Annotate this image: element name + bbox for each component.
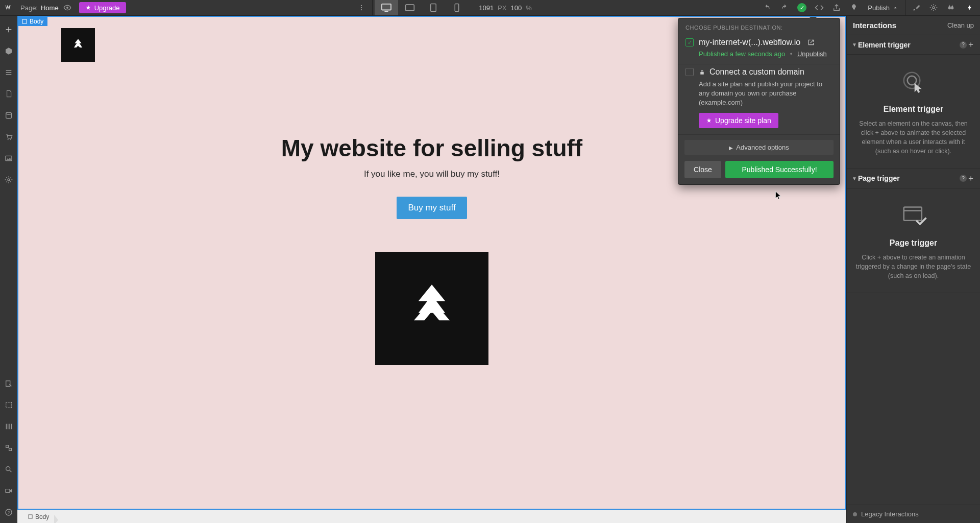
upgrade-plan-button[interactable]: Upgrade site plan: [699, 113, 778, 128]
svg-rect-24: [700, 72, 704, 74]
status-ok-icon[interactable]: ✓: [793, 0, 811, 15]
device-tablet-portrait[interactable]: [422, 0, 445, 15]
checkbox-checked-icon[interactable]: ✓: [685, 38, 694, 46]
more-icon[interactable]: [353, 0, 370, 15]
page-trigger-title: Page trigger: [854, 239, 973, 248]
caret-down-icon: ▼: [852, 176, 858, 181]
page-trigger-desc: Click + above to create an animation tri…: [854, 253, 973, 280]
add-page-trigger-icon[interactable]: ＋: [967, 173, 975, 184]
pages-icon[interactable]: [0, 83, 17, 105]
device-tablet-landscape[interactable]: [398, 0, 422, 15]
assets-icon[interactable]: [0, 148, 17, 169]
svg-rect-7: [431, 4, 436, 12]
webflow-logo-icon[interactable]: [0, 0, 17, 16]
droplet-icon[interactable]: [942, 0, 960, 15]
page-label: Page:: [20, 4, 38, 12]
svg-point-0: [66, 7, 68, 9]
preview-icon[interactable]: [59, 0, 76, 15]
video-icon[interactable]: [0, 480, 17, 502]
legacy-interactions[interactable]: Legacy Interactions: [847, 505, 980, 523]
components-icon[interactable]: [0, 40, 17, 62]
dot-separator: •: [790, 50, 793, 58]
brush-icon[interactable]: [908, 0, 925, 15]
canvas-width[interactable]: 1091: [479, 4, 494, 12]
left-sidebar: ?: [0, 16, 17, 523]
project-settings-icon[interactable]: [0, 169, 17, 191]
site-logo[interactable]: [61, 28, 95, 62]
published-button[interactable]: Published Successfully!: [725, 161, 834, 178]
element-trigger-head[interactable]: ▼ Element trigger ? ＋: [847, 35, 980, 55]
help-icon[interactable]: ?: [0, 502, 17, 523]
svg-point-2: [361, 7, 362, 8]
page-trigger-head[interactable]: ▼ Page trigger ? ＋: [847, 169, 980, 188]
export-icon[interactable]: [828, 0, 845, 15]
add-element-trigger-icon[interactable]: ＋: [967, 39, 975, 50]
destination-custom: ✓ Connect a custom domain Add a site pla…: [678, 64, 840, 135]
element-trigger-head-label: Element trigger: [858, 41, 958, 49]
element-trigger-body: Element trigger Select an element on the…: [847, 55, 980, 169]
svg-rect-15: [6, 381, 10, 387]
interactions-icon[interactable]: [960, 0, 980, 15]
svg-rect-25: [29, 515, 32, 518]
canvas-dimensions: 1091 PX 100 %: [479, 4, 532, 12]
connect-domain-title: Connect a custom domain: [709, 67, 804, 77]
canvas[interactable]: Body My website for selling stuff If you…: [17, 16, 846, 510]
rocket-icon[interactable]: [845, 0, 863, 15]
svg-rect-6: [406, 5, 414, 11]
upgrade-plan-label: Upgrade site plan: [715, 116, 771, 125]
checkbox-empty-icon[interactable]: ✓: [685, 68, 694, 76]
audit-icon[interactable]: [0, 373, 17, 394]
canvas-area: Body My website for selling stuff If you…: [17, 16, 846, 523]
device-mobile[interactable]: [445, 0, 469, 15]
element-trigger-icon: [898, 67, 929, 98]
help-icon[interactable]: ?: [960, 175, 967, 182]
lock-icon: [699, 69, 705, 76]
device-switcher: [375, 0, 469, 15]
big-logo[interactable]: [375, 252, 488, 365]
page-name[interactable]: Home: [41, 4, 59, 12]
body-tag-label: Body: [30, 18, 43, 25]
close-button[interactable]: Close: [684, 161, 721, 178]
element-trigger-desc: Select an element on the canvas, then cl…: [854, 119, 973, 156]
svg-rect-18: [9, 448, 11, 451]
top-toolbar: Page: Home Upgrade 1091 PX 100 % ✓ Publi…: [0, 0, 980, 16]
code-icon[interactable]: [811, 0, 828, 15]
search-icon[interactable]: [0, 459, 17, 480]
canvas-zoom[interactable]: 100: [510, 4, 522, 12]
svg-rect-17: [6, 445, 8, 448]
cms-icon[interactable]: [0, 105, 17, 126]
separator: [905, 0, 905, 15]
settings-icon[interactable]: [925, 0, 942, 15]
svg-point-12: [10, 139, 11, 140]
publish-label: Publish: [868, 4, 890, 12]
svg-point-9: [933, 7, 935, 9]
guides-icon[interactable]: [0, 416, 17, 437]
svg-rect-4: [382, 4, 391, 10]
publish-status: Published a few seconds ago: [699, 50, 785, 58]
external-link-icon[interactable]: [807, 39, 815, 46]
breadcrumb-body[interactable]: Body: [22, 513, 54, 520]
unpublish-link[interactable]: Unpublish: [797, 50, 827, 58]
add-icon[interactable]: [0, 19, 17, 40]
status-dot-icon: [853, 512, 857, 516]
device-desktop[interactable]: [375, 0, 398, 15]
selection-icon[interactable]: [0, 394, 17, 416]
undo-icon[interactable]: [758, 0, 776, 15]
help-icon[interactable]: ?: [960, 41, 967, 49]
svg-rect-8: [455, 4, 459, 12]
domain-name[interactable]: my-internet-w(...).webflow.io: [699, 38, 800, 47]
svg-rect-28: [903, 207, 921, 220]
xray-icon[interactable]: [0, 437, 17, 459]
publish-button[interactable]: Publish: [863, 0, 903, 15]
legacy-label: Legacy Interactions: [861, 510, 919, 518]
redo-icon[interactable]: [776, 0, 793, 15]
page-trigger-head-label: Page trigger: [858, 174, 958, 182]
body-selection-tag[interactable]: Body: [18, 17, 47, 26]
element-trigger-title: Element trigger: [854, 105, 973, 114]
advanced-options[interactable]: ▶Advanced options: [684, 140, 834, 155]
ecommerce-icon[interactable]: [0, 126, 17, 148]
cleanup-link[interactable]: Clean up: [947, 21, 974, 29]
cta-button[interactable]: Buy my stuff: [397, 197, 467, 219]
navigator-icon[interactable]: [0, 62, 17, 83]
upgrade-button[interactable]: Upgrade: [79, 2, 126, 13]
